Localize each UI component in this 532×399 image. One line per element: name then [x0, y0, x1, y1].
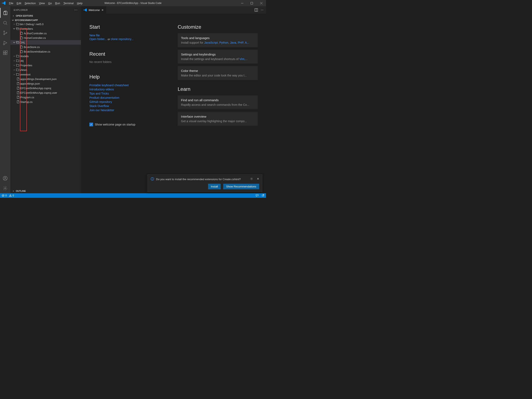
status-bar: 0 0	[0, 193, 266, 198]
open-folder-link[interactable]: Open folder...	[89, 37, 107, 41]
tab-welcome[interactable]: Welcome ✕	[81, 6, 106, 14]
file-icon	[16, 100, 20, 103]
svg-point-4	[4, 21, 6, 24]
show-welcome-checkbox[interactable]: ✓ Show welcome page on startup	[89, 123, 169, 126]
menu-go[interactable]: Go	[47, 2, 53, 5]
menu-terminal[interactable]: Terminal	[62, 2, 75, 5]
activity-explorer-icon[interactable]	[0, 8, 10, 18]
activity-scm-icon[interactable]	[0, 28, 10, 38]
file-icon	[19, 32, 23, 35]
tab-title: Welcome	[89, 8, 100, 12]
help-link[interactable]: Tips and Tricks	[89, 91, 169, 95]
activity-debug-icon[interactable]	[0, 38, 10, 48]
folder-icon	[16, 54, 19, 58]
chevron-icon: ›	[13, 64, 16, 67]
folder-item[interactable]: ›Models	[10, 54, 81, 58]
explorer-sidebar: EXPLORER ⋯ ›OPEN EDITORS EFCORE5INMVCAPP…	[10, 6, 81, 193]
status-errors[interactable]: 0	[2, 194, 7, 197]
notification-close-icon[interactable]: ✕	[257, 177, 259, 180]
folder-item[interactable]: ›obj	[10, 58, 81, 63]
activity-settings-icon[interactable]	[0, 183, 10, 193]
menu-selection[interactable]: Selection	[23, 2, 37, 5]
file-item[interactable]: HomeController.cs	[10, 36, 81, 40]
folder-item[interactable]: Controllers	[10, 26, 81, 31]
help-link[interactable]: Product documentation	[89, 95, 169, 100]
editor-tabs: Welcome ✕ ⋯	[81, 6, 266, 14]
help-link[interactable]: Printable keyboard cheatsheet	[89, 83, 169, 87]
close-button[interactable]	[256, 0, 266, 6]
activity-bar	[0, 6, 10, 193]
menu-edit[interactable]: Edit	[15, 2, 23, 5]
learn-card[interactable]: Interface overviewGet a visual overlay h…	[178, 112, 258, 126]
help-link[interactable]: Join our Newsletter	[89, 108, 169, 112]
file-icon	[16, 82, 20, 85]
menu-help[interactable]: Help	[75, 2, 84, 5]
new-file-link[interactable]: New file	[89, 33, 169, 38]
file-item[interactable]: Program.cs	[10, 95, 81, 100]
customize-card[interactable]: Tools and languagesInstall support for J…	[178, 33, 258, 47]
help-link[interactable]: Introductory videos	[89, 87, 169, 91]
maximize-button[interactable]	[247, 0, 256, 6]
bell-icon[interactable]	[261, 194, 264, 197]
install-button[interactable]: Install	[208, 184, 221, 189]
help-link[interactable]: Stack Overflow	[89, 104, 169, 108]
file-item[interactable]: EFCore5InMvcApp.csproj	[10, 86, 81, 90]
file-item[interactable]: EFCore5InMvcApp.csproj.user	[10, 90, 81, 95]
folder-icon	[16, 41, 19, 44]
clone-repo-link[interactable]: clone repository...	[111, 37, 133, 41]
learn-card[interactable]: Find and run all commandsRapidly access …	[178, 95, 258, 109]
file-item[interactable]: appsettings.json	[10, 81, 81, 86]
menu-bar: File Edit Selection View Go Run Terminal…	[7, 2, 84, 5]
folder-icon	[16, 22, 19, 26]
file-item[interactable]: AuthorController.cs	[10, 31, 81, 36]
show-recommendations-button[interactable]: Show Recommendations	[223, 184, 259, 189]
file-item[interactable]: appsettings.Development.json	[10, 77, 81, 81]
window-title: Welcome - EFCore5InMvcApp - Visual Studi…	[105, 2, 161, 5]
open-editors-section[interactable]: ›OPEN EDITORS	[10, 14, 81, 18]
chevron-icon	[13, 27, 16, 30]
help-link[interactable]: GitHub repository	[89, 100, 169, 104]
file-item[interactable]: BookStore.cs	[10, 45, 81, 49]
chevron-icon: ›	[13, 59, 16, 62]
explorer-more-icon[interactable]: ⋯	[74, 8, 78, 12]
tab-close-icon[interactable]: ✕	[101, 8, 104, 12]
activity-search-icon[interactable]	[0, 18, 10, 28]
customize-card[interactable]: Color themeMake the editor and your code…	[178, 66, 258, 80]
recent-heading: Recent	[89, 51, 169, 57]
project-section[interactable]: EFCORE5INMVCAPP	[10, 19, 81, 22]
split-editor-icon[interactable]	[254, 8, 258, 12]
activity-extensions-icon[interactable]	[0, 48, 10, 58]
folder-item[interactable]: ›wwwroot	[10, 72, 81, 77]
file-item[interactable]: BookStoreInitializer.cs	[10, 49, 81, 54]
checkbox-checked-icon: ✓	[89, 123, 93, 126]
status-warnings[interactable]: 0	[9, 194, 14, 197]
file-icon	[16, 77, 20, 81]
explorer-title: EXPLORER	[14, 9, 28, 11]
file-icon	[16, 95, 20, 99]
feedback-icon[interactable]	[256, 194, 259, 197]
start-heading: Start	[89, 24, 169, 30]
file-icon	[16, 91, 20, 94]
notification-gear-icon[interactable]	[250, 177, 253, 180]
customize-card[interactable]: Settings and keybindingsInstall the sett…	[178, 50, 258, 63]
folder-icon	[16, 73, 19, 76]
folder-item[interactable]: ›Views	[10, 68, 81, 72]
folder-icon	[16, 59, 19, 62]
outline-section[interactable]: ›OUTLINE	[10, 189, 81, 193]
minimize-button[interactable]	[237, 0, 247, 6]
menu-view[interactable]: View	[38, 2, 47, 5]
folder-icon	[16, 27, 19, 30]
file-tree: ›bin \ Debug \ net5.0ControllersAuthorCo…	[10, 22, 81, 104]
menu-file[interactable]: File	[7, 2, 15, 5]
folder-item[interactable]: DAL	[10, 40, 81, 45]
menu-run[interactable]: Run	[53, 2, 62, 5]
editor-area: Welcome ✕ ⋯ Start New file Open folder..…	[81, 6, 266, 193]
file-item[interactable]: Startup.cs	[10, 100, 81, 104]
folder-item[interactable]: ›bin \ Debug \ net5.0	[10, 22, 81, 26]
svg-point-6	[4, 31, 5, 32]
editor-more-icon[interactable]: ⋯	[261, 8, 264, 12]
svg-point-22	[251, 178, 252, 179]
folder-item[interactable]: ›Properties	[10, 63, 81, 68]
activity-account-icon[interactable]	[0, 173, 10, 183]
svg-point-9	[3, 44, 5, 45]
